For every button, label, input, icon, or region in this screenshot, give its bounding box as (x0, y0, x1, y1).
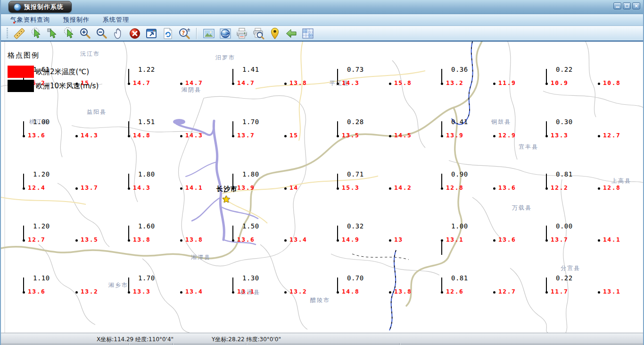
station-temperature: 14.3 (81, 132, 98, 139)
station-temperature: 13.6 (498, 236, 516, 243)
back-icon[interactable] (285, 27, 297, 40)
station-dot (337, 83, 339, 85)
marker-icon[interactable] (268, 27, 281, 40)
globe-logo-icon (14, 3, 21, 11)
station-dot (598, 291, 600, 294)
station-dot (389, 83, 391, 85)
station-temperature: 14.3 (185, 132, 203, 139)
print-icon[interactable] (235, 27, 248, 40)
station-temperature: 14.7 (133, 79, 150, 86)
map-legend: 格点图例 欧洲2米温度(℃)欧洲10米风速(m/s) (8, 51, 99, 93)
station-dot (284, 187, 287, 190)
station-dot (493, 135, 495, 137)
refresh-icon[interactable] (161, 27, 174, 40)
stop-icon[interactable] (128, 27, 141, 40)
identify-zoom-icon[interactable]: ?± (178, 27, 190, 40)
station-temperature: 13.1 (237, 288, 255, 295)
station-wind-speed: 1.20 (33, 170, 50, 178)
print-preview-icon[interactable] (252, 27, 264, 40)
station-temperature: 15 (289, 132, 298, 139)
station-dot (23, 187, 25, 190)
grid-select-icon[interactable] (301, 27, 314, 40)
image-icon[interactable] (202, 27, 215, 40)
window-export-icon[interactable] (145, 27, 157, 40)
station-temperature: 13.8 (289, 79, 307, 86)
wind-barb (337, 226, 338, 240)
station-temperature: 13.6 (237, 236, 255, 243)
station-temperature: 14.3 (342, 79, 359, 86)
station-dot (128, 135, 130, 137)
station-dot (180, 83, 182, 85)
capital-star-icon: ★ (222, 194, 231, 204)
station-dot (23, 291, 25, 294)
station-wind-speed: 0.81 (451, 274, 468, 282)
map-label-city: 益阳县 (87, 108, 107, 116)
station-dot (75, 135, 78, 137)
menu-item-1[interactable]: 预报制作 (57, 16, 96, 24)
app-tab[interactable]: 预报制作系统 (8, 1, 72, 13)
station-dot (128, 239, 130, 242)
station-dot (75, 291, 78, 294)
station-temperature: 11.9 (498, 79, 516, 86)
station-dot (232, 239, 234, 242)
wind-barb (23, 121, 24, 136)
map-label-city: 宜丰县 (519, 143, 538, 151)
toolbar-grip[interactable] (7, 28, 8, 39)
measure-icon[interactable] (13, 27, 25, 40)
station-temperature: 12.7 (28, 236, 45, 243)
station-dot (180, 239, 182, 242)
zoom-out-icon[interactable] (95, 27, 108, 40)
zoom-in-icon[interactable] (79, 27, 91, 40)
station-wind-speed: 0.41 (451, 118, 468, 126)
map-label-city: 醴陵市 (310, 296, 330, 304)
station-temperature: 14.1 (185, 184, 203, 191)
station-dot (441, 83, 443, 85)
station-temperature: 12.8 (603, 184, 620, 191)
station-dot (441, 187, 443, 190)
station-temperature: 13.3 (551, 132, 568, 139)
station-wind-speed: 0.71 (347, 170, 364, 178)
menu-item-0[interactable]: 气象资料查询 (4, 16, 57, 24)
globe-icon[interactable] (219, 27, 231, 40)
map-label-city: 分宜县 (561, 264, 580, 272)
station-temperature: 12.9 (498, 132, 516, 139)
station-dot (128, 291, 130, 294)
minimize-button[interactable] (613, 2, 621, 9)
station-temperature: 13.5 (342, 132, 359, 139)
station-dot (337, 187, 339, 190)
menu-item-2[interactable]: 系统管理 (96, 16, 136, 24)
wind-barb (128, 69, 129, 84)
pan-icon[interactable] (112, 27, 124, 40)
legend-label: 欧洲10米风速(m/s) (36, 82, 99, 91)
station-temperature: 13.4 (289, 236, 307, 243)
wind-barb (546, 69, 547, 84)
station-dot (284, 291, 287, 294)
station-dot (493, 239, 495, 242)
select-area-icon[interactable] (62, 27, 75, 40)
station-dot (389, 291, 391, 294)
close-button[interactable]: × (632, 2, 640, 9)
station-temperature: 13.1 (603, 288, 620, 295)
wind-barb (128, 121, 129, 136)
station-wind-speed: 0.22 (556, 274, 573, 282)
station-dot (545, 83, 548, 85)
wind-barb (128, 226, 129, 240)
station-wind-speed: 0.70 (347, 274, 364, 282)
select-point-icon[interactable] (29, 27, 42, 40)
restore-button[interactable] (623, 2, 631, 9)
station-wind-speed: 0.30 (556, 118, 573, 126)
wind-barb (337, 174, 338, 188)
station-dot (284, 135, 287, 137)
station-wind-speed: 1.30 (242, 274, 259, 282)
station-dot (337, 239, 339, 242)
map-canvas[interactable]: 15.21.611514.71.2214.714.71.4113.814.30.… (1, 42, 644, 333)
wind-barb (441, 278, 442, 292)
station-wind-speed: 0.36 (451, 66, 468, 73)
station-wind-speed: 1.20 (33, 222, 50, 230)
wind-barb (232, 278, 233, 292)
status-strip (1, 343, 643, 345)
station-temperature: 13.6 (498, 184, 516, 191)
station-temperature: 13.8 (185, 236, 203, 243)
select-icon[interactable] (46, 27, 58, 40)
station-wind-speed: 0.73 (347, 66, 364, 73)
